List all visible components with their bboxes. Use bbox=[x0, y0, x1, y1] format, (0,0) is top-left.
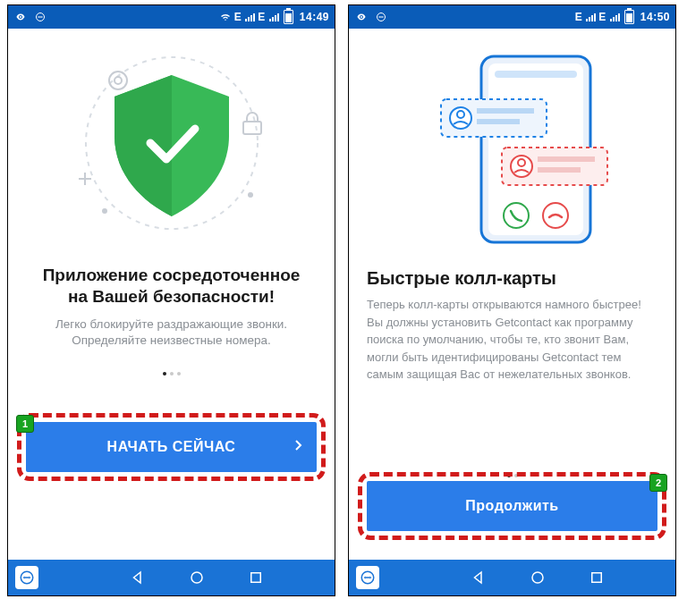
svg-point-31 bbox=[532, 572, 543, 583]
home-icon[interactable] bbox=[530, 570, 546, 586]
continue-button[interactable]: Продолжить bbox=[367, 481, 657, 531]
svg-rect-26 bbox=[538, 156, 595, 162]
recent-icon[interactable] bbox=[248, 570, 264, 586]
signal-icon bbox=[610, 13, 620, 21]
button-label: НАЧАТЬ СЕЙЧАС bbox=[107, 439, 236, 455]
svg-point-11 bbox=[191, 572, 202, 583]
onboarding-description: Легко блокируйте раздражающие звонки. Оп… bbox=[26, 316, 317, 350]
status-bar: E E 14:50 bbox=[349, 5, 675, 29]
page-indicator bbox=[26, 366, 317, 378]
annotation-marker-1: 1 bbox=[16, 415, 34, 433]
svg-point-8 bbox=[248, 192, 253, 198]
annotation-marker-2: 2 bbox=[649, 474, 667, 492]
chevron-right-icon bbox=[293, 439, 302, 455]
network-type: E bbox=[258, 11, 266, 23]
call-cards-illustration bbox=[367, 36, 657, 250]
svg-rect-21 bbox=[477, 108, 534, 114]
teamviewer-icon bbox=[374, 12, 388, 22]
svg-rect-17 bbox=[495, 71, 577, 78]
navigation-bar bbox=[349, 560, 675, 595]
onboarding-title: Быстрые колл-карты bbox=[367, 268, 657, 289]
signal-icon bbox=[269, 13, 279, 21]
security-illustration bbox=[26, 36, 317, 250]
start-now-button[interactable]: НАЧАТЬ СЕЙЧАС bbox=[26, 422, 317, 472]
button-label: Продолжить bbox=[465, 498, 558, 514]
teamviewer-icon bbox=[33, 12, 47, 22]
svg-point-4 bbox=[114, 77, 122, 84]
status-time: 14:50 bbox=[640, 11, 670, 23]
teamviewer-app-icon[interactable] bbox=[15, 566, 38, 589]
network-type: E bbox=[598, 11, 606, 23]
svg-rect-22 bbox=[477, 119, 520, 124]
page-indicator bbox=[349, 465, 675, 481]
phone-screen-1: E E 14:49 bbox=[7, 4, 335, 596]
svg-point-28 bbox=[504, 203, 529, 228]
onboarding-description: Теперь колл-карты открываются намного бы… bbox=[367, 296, 657, 384]
svg-rect-12 bbox=[250, 573, 260, 583]
svg-rect-32 bbox=[591, 573, 601, 583]
home-icon[interactable] bbox=[189, 570, 205, 586]
eye-icon bbox=[13, 12, 28, 22]
status-time: 14:49 bbox=[300, 11, 329, 23]
recent-icon[interactable] bbox=[589, 570, 605, 586]
signal-icon bbox=[245, 13, 255, 21]
eye-icon bbox=[354, 12, 369, 22]
onboarding-title: Приложение сосредоточенное на Вашей безо… bbox=[26, 265, 317, 308]
back-icon[interactable] bbox=[471, 570, 487, 586]
svg-point-9 bbox=[102, 208, 107, 214]
navigation-bar bbox=[8, 560, 335, 595]
network-type: E bbox=[575, 11, 583, 23]
status-bar: E E 14:49 bbox=[8, 5, 335, 29]
svg-rect-5 bbox=[243, 122, 261, 134]
phone-screen-2: E E 14:50 bbox=[348, 4, 676, 596]
svg-point-0 bbox=[20, 16, 21, 18]
battery-icon bbox=[284, 10, 293, 24]
signal-icon bbox=[586, 13, 596, 21]
svg-rect-27 bbox=[538, 167, 581, 173]
svg-point-13 bbox=[360, 16, 362, 18]
battery-icon bbox=[624, 10, 634, 24]
network-type: E bbox=[234, 11, 242, 23]
wifi-icon bbox=[219, 12, 232, 22]
back-icon[interactable] bbox=[130, 570, 146, 586]
teamviewer-app-icon[interactable] bbox=[356, 566, 379, 589]
